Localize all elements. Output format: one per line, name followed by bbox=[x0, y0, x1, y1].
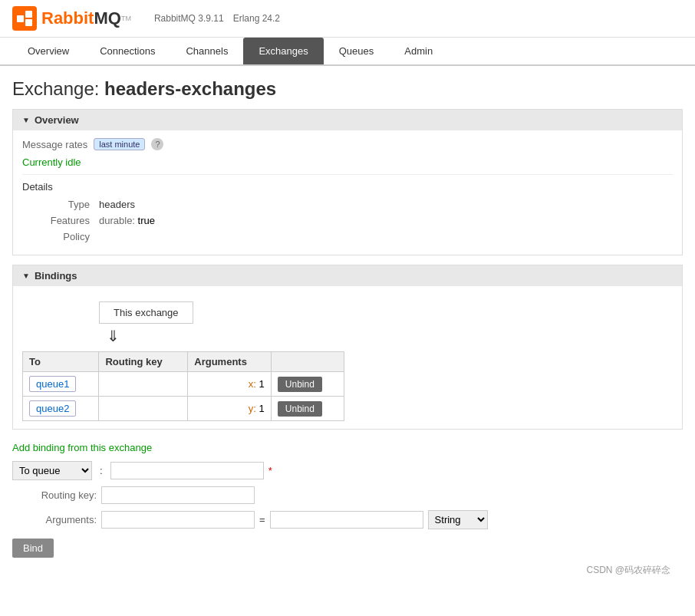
nav-admin[interactable]: Admin bbox=[389, 38, 448, 64]
nav-queues[interactable]: Queues bbox=[324, 38, 390, 64]
nav-exchanges[interactable]: Exchanges bbox=[243, 38, 323, 64]
logo-mq: MQ bbox=[94, 8, 120, 28]
bindings-table: To Routing key Arguments queue1 bbox=[22, 351, 344, 421]
svg-rect-2 bbox=[25, 19, 32, 26]
arg-value-input[interactable] bbox=[270, 511, 423, 529]
erlang-version: Erlang 24.2 bbox=[233, 13, 280, 24]
add-binding-section: Add binding from this exchange To queue … bbox=[12, 442, 683, 558]
overview-section: ▼ Overview Message rates last minute ? C… bbox=[12, 109, 683, 255]
header: RabbitMQTM RabbitMQ 3.9.11 Erlang 24.2 bbox=[0, 0, 695, 38]
version-info: RabbitMQ 3.9.11 Erlang 24.2 bbox=[154, 13, 280, 24]
overview-section-body: Message rates last minute ? Currently id… bbox=[13, 130, 682, 255]
queue1-arg-key: x: bbox=[249, 378, 256, 390]
arguments-label: Arguments: bbox=[12, 514, 97, 525]
nav: Overview Connections Channels Exchanges … bbox=[0, 38, 695, 66]
queue1-unbind-cell: Unbind bbox=[271, 372, 344, 397]
nav-channels[interactable]: Channels bbox=[170, 38, 243, 64]
col-to: To bbox=[23, 352, 99, 372]
bindings-section: ▼ Bindings This exchange ⇓ To Routing ke… bbox=[12, 265, 683, 430]
table-row: queue2 y: 1 Unbind bbox=[23, 397, 344, 421]
queue2-link[interactable]: queue2 bbox=[29, 400, 76, 417]
queue2-arg-key: y: bbox=[249, 403, 256, 414]
bindings-section-label: Bindings bbox=[35, 270, 77, 282]
col-arguments: Arguments bbox=[188, 352, 272, 372]
overview-section-header[interactable]: ▼ Overview bbox=[13, 110, 682, 130]
nav-connections[interactable]: Connections bbox=[84, 38, 170, 64]
page-title: Exchange: headers-exchanges bbox=[12, 78, 683, 100]
type-value: headers bbox=[99, 199, 135, 210]
message-rates-row: Message rates last minute ? bbox=[22, 138, 673, 150]
page: Exchange: headers-exchanges ▼ Overview M… bbox=[0, 66, 695, 595]
policy-label: Policy bbox=[38, 231, 99, 242]
this-exchange-box: This exchange bbox=[99, 301, 193, 324]
add-binding-title: Add binding from this exchange bbox=[12, 442, 683, 453]
watermark: CSDN @码农碎碎念 bbox=[12, 558, 683, 583]
queue2-routing-key bbox=[99, 397, 188, 421]
queue2-cell: queue2 bbox=[23, 397, 99, 421]
bindings-section-body: This exchange ⇓ To Routing key Arguments bbox=[13, 286, 682, 429]
features-label: Features bbox=[38, 215, 99, 226]
arguments-row: Arguments: = String Integer Boolean bbox=[12, 510, 683, 529]
col-action bbox=[271, 352, 344, 372]
col-routing-key: Routing key bbox=[99, 352, 188, 372]
svg-rect-1 bbox=[25, 11, 32, 18]
overview-section-label: Overview bbox=[35, 114, 79, 126]
table-row: queue1 x: 1 Unbind bbox=[23, 372, 344, 397]
queue1-link[interactable]: queue1 bbox=[29, 376, 76, 392]
svg-rect-0 bbox=[17, 15, 24, 22]
queue2-arg-val: 1 bbox=[259, 403, 265, 414]
queue2-unbind-cell: Unbind bbox=[271, 397, 344, 421]
to-queue-input[interactable] bbox=[110, 462, 264, 479]
routing-key-row: Routing key: bbox=[12, 486, 683, 504]
features-val: true bbox=[138, 215, 155, 226]
features-row: Features durable: true bbox=[38, 215, 673, 226]
to-queue-select[interactable]: To queue To exchange bbox=[12, 461, 92, 480]
message-rates-label: Message rates bbox=[22, 139, 87, 150]
bindings-flow: This exchange ⇓ bbox=[22, 294, 673, 345]
to-queue-row: To queue To exchange : * bbox=[12, 461, 683, 480]
last-minute-badge[interactable]: last minute bbox=[94, 138, 145, 150]
bindings-table-header-row: To Routing key Arguments bbox=[23, 352, 344, 372]
arg-type-select[interactable]: String Integer Boolean bbox=[428, 510, 488, 529]
type-row: Type headers bbox=[38, 199, 673, 210]
queue1-routing-key bbox=[99, 372, 188, 397]
logo-icon bbox=[12, 6, 37, 31]
nav-overview[interactable]: Overview bbox=[12, 38, 84, 64]
queue1-unbind-button[interactable]: Unbind bbox=[278, 377, 322, 392]
logo-rabbit: Rabbit bbox=[41, 8, 94, 28]
bind-button[interactable]: Bind bbox=[12, 539, 54, 558]
idle-text: Currently idle bbox=[22, 156, 673, 168]
routing-key-input[interactable] bbox=[101, 486, 255, 504]
features-key: durable: bbox=[99, 215, 135, 226]
queue1-cell: queue1 bbox=[23, 372, 99, 397]
rabbitmq-version: RabbitMQ 3.9.11 bbox=[154, 13, 224, 24]
routing-key-label: Routing key: bbox=[12, 489, 97, 501]
queue1-arg-val: 1 bbox=[259, 378, 265, 390]
arg-name-input[interactable] bbox=[101, 511, 255, 529]
policy-row: Policy bbox=[38, 231, 673, 242]
logo-tm: TM bbox=[121, 15, 131, 22]
equals-sign: = bbox=[259, 514, 265, 525]
details-table: Type headers Features durable: true Poli… bbox=[38, 199, 673, 242]
type-label: Type bbox=[38, 199, 99, 210]
required-star-icon: * bbox=[268, 465, 272, 476]
bindings-arrow-icon: ▼ bbox=[22, 272, 30, 280]
features-value: durable: true bbox=[99, 215, 155, 226]
queue1-args: x: 1 bbox=[188, 372, 272, 397]
help-icon[interactable]: ? bbox=[151, 138, 163, 150]
logo: RabbitMQTM bbox=[12, 6, 131, 31]
queue2-unbind-button[interactable]: Unbind bbox=[278, 401, 322, 417]
overview-arrow-icon: ▼ bbox=[22, 116, 30, 124]
queue2-args: y: 1 bbox=[188, 397, 272, 421]
details-label: Details bbox=[22, 174, 673, 193]
to-colon: : bbox=[100, 465, 103, 476]
bindings-section-header[interactable]: ▼ Bindings bbox=[13, 265, 682, 286]
flow-arrow-down-icon: ⇓ bbox=[107, 327, 120, 345]
